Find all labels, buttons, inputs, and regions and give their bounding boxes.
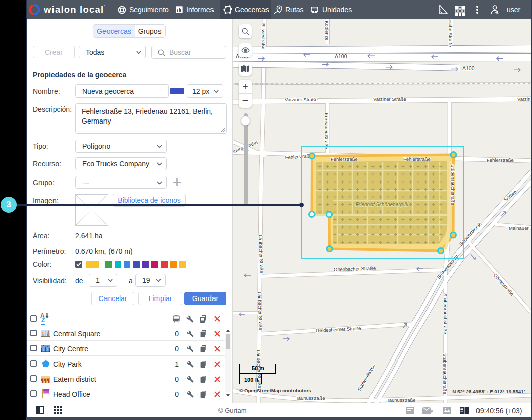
svg-text:Fehlerstraße: Fehlerstraße (331, 156, 358, 162)
svg-text:Stubenrauchstraße: Stubenrauchstraße (450, 164, 456, 205)
svg-text:Mainauer: Mainauer (509, 225, 529, 231)
svg-text:Taunusstraße: Taunusstraße (387, 397, 416, 403)
svg-text:Varziner Straße: Varziner Straße (373, 96, 406, 102)
svg-text:Varziner Straße: Varziner Straße (285, 97, 318, 102)
svg-text:Varzin: Varzin (517, 96, 530, 102)
svg-text:A100: A100 (462, 65, 475, 71)
svg-text:Fehlerstraße: Fehlerstraße (487, 157, 514, 163)
svg-text:Friedhof Schöneberg III: Friedhof Schöneberg III (356, 202, 409, 207)
svg-text:A100: A100 (335, 53, 347, 59)
svg-text:Kreisauer Straße: Kreisauer Straße (324, 113, 329, 149)
svg-text:Stubenrauchstraße: Stubenrauchstraße (443, 293, 448, 334)
svg-text:Taunusstraße: Taunusstraße (296, 395, 325, 401)
svg-text:Blissestraße: Blissestraße (261, 23, 267, 49)
svg-text:100 ft: 100 ft (244, 377, 259, 383)
svg-text:Stubenrauchstraße: Stubenrauchstraße (442, 353, 448, 394)
svg-text:50 m: 50 m (252, 365, 264, 371)
svg-text:N 52° 28.4958′ : E 013° 19.554: N 52° 28.4958′ : E 013° 19.5541′ (452, 389, 525, 394)
svg-text:© OpenStreetMap contributors: © OpenStreetMap contributors (239, 388, 311, 393)
svg-text:Fehlerstraße: Fehlerstraße (403, 156, 431, 162)
svg-text:Koblenze: Koblenze (324, 21, 330, 41)
svg-text:ische Straße: ische Straße (448, 20, 453, 47)
